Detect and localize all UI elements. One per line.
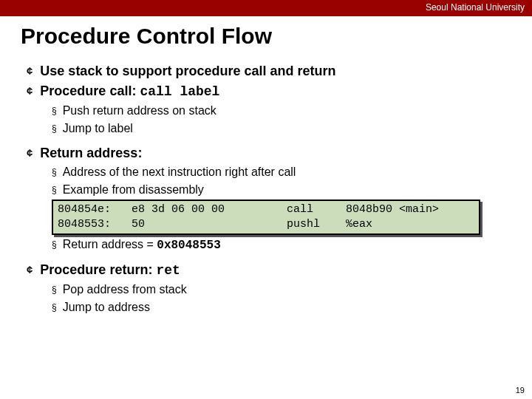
bullet-1-text: Use stack to support procedure call and … xyxy=(40,62,335,80)
code-addr: 8048553: xyxy=(58,217,132,232)
bullet-3-sub-1: § Address of the next instruction right … xyxy=(52,164,511,180)
bullet-4: ¢ Procedure return: ret xyxy=(27,261,511,279)
circle-bullet-icon: ¢ xyxy=(27,261,33,279)
circle-bullet-icon: ¢ xyxy=(27,62,33,80)
page-title: Procedure Control Flow xyxy=(21,24,511,49)
code-instr: call xyxy=(287,202,346,217)
bullet-4-sub-1: § Pop address from stack xyxy=(52,282,511,298)
bullet-4-sub-2: § Jump to address xyxy=(52,299,511,316)
square-bullet-icon: § xyxy=(52,236,57,253)
code-arg: 8048b90 <main> xyxy=(346,202,474,217)
square-bullet-icon: § xyxy=(52,282,57,298)
bullet-3-sub-3-text: Return address = 0x8048553 xyxy=(63,236,221,253)
bullet-2-sub-2-pre: Jump to xyxy=(63,122,108,134)
circle-bullet-icon: ¢ xyxy=(27,82,33,100)
bullet-3-sub-2-text: Example from disassembly xyxy=(63,182,204,198)
code-bytes: 50 xyxy=(132,217,287,232)
circle-bullet-icon: ¢ xyxy=(27,144,33,162)
code-addr: 804854e: xyxy=(58,202,132,217)
page-number: 19 xyxy=(516,386,525,395)
bullet-2-sub-2-text: Jump to label xyxy=(63,120,133,137)
bullet-2-text: Procedure call: call label xyxy=(40,82,219,100)
header-bar: Seoul National University xyxy=(0,0,532,16)
header-org: Seoul National University xyxy=(426,2,525,13)
disassembly-code-box: 804854e: e8 3d 06 00 00 call 8048b90 <ma… xyxy=(52,200,480,235)
bullet-3-sub-1-text: Address of the next instruction right af… xyxy=(63,164,296,180)
bullet-4-code: ret xyxy=(156,263,180,278)
bullet-3-sub-2: § Example from disassembly xyxy=(52,182,511,198)
bullet-3-sub-3-pre: Return address = xyxy=(63,238,157,250)
code-instr: pushl xyxy=(287,217,346,232)
square-bullet-icon: § xyxy=(52,103,57,119)
bullet-2: ¢ Procedure call: call label xyxy=(27,82,511,100)
square-bullet-icon: § xyxy=(52,120,57,137)
bullet-1: ¢ Use stack to support procedure call an… xyxy=(27,62,511,80)
bullet-4-sub-1-text: Pop address from stack xyxy=(63,282,187,298)
bullet-3-sub-3: § Return address = 0x8048553 xyxy=(52,236,511,253)
square-bullet-icon: § xyxy=(52,299,57,316)
bullet-2-sub-1-text: Push return address on stack xyxy=(63,103,216,119)
bullet-3-text: Return address: xyxy=(40,144,142,162)
code-bytes: e8 3d 06 00 00 xyxy=(132,202,287,217)
bullet-4-sub-2-text: Jump to address xyxy=(63,299,150,316)
code-line-2: 8048553: 50 pushl %eax xyxy=(58,217,474,232)
bullet-2-code: call label xyxy=(140,84,219,99)
bullet-2-pre: Procedure call: xyxy=(40,83,140,98)
code-line-1: 804854e: e8 3d 06 00 00 call 8048b90 <ma… xyxy=(58,202,474,217)
square-bullet-icon: § xyxy=(52,164,57,180)
slide-content: Procedure Control Flow ¢ Use stack to su… xyxy=(0,16,532,316)
bullet-3-sub-3-code: 0x8048553 xyxy=(157,239,220,252)
bullet-2-sub-1: § Push return address on stack xyxy=(52,103,511,119)
square-bullet-icon: § xyxy=(52,182,57,198)
code-arg: %eax xyxy=(346,217,474,232)
bullet-4-text: Procedure return: ret xyxy=(40,261,180,279)
bullet-3: ¢ Return address: xyxy=(27,144,511,162)
bullet-4-pre: Procedure return: xyxy=(40,262,156,277)
bullet-2-sub-2-code: label xyxy=(108,122,133,134)
bullet-2-sub-2: § Jump to label xyxy=(52,120,511,137)
